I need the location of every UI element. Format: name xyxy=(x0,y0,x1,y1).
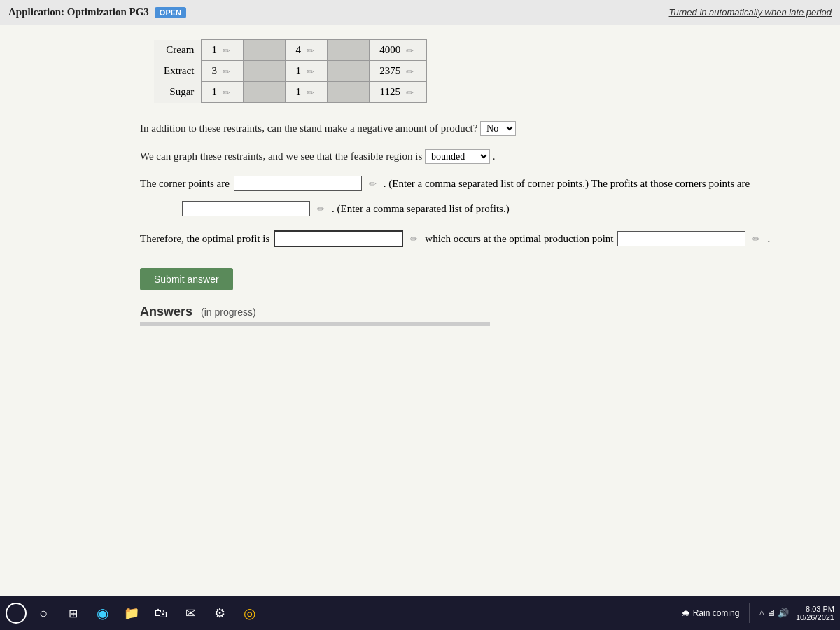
taskbar-right: 🌧 Rain coming ^ 🖥 🔊 8:03 PM 10/26/2021 xyxy=(682,603,834,623)
top-bar: Application: Optimization PG3 OPEN Turne… xyxy=(0,0,840,25)
edge-icon[interactable]: ◉ xyxy=(90,601,115,626)
taskbar: ○ ⊞ ◉ 📁 🛍 ✉ ⚙ ◎ 🌧 Rain coming ^ 🖥 🔊 8:03… xyxy=(0,596,840,630)
cell-sugar-shaded1 xyxy=(244,82,286,103)
edit-extract-col1[interactable] xyxy=(220,66,233,77)
taskview-icon[interactable]: ⊞ xyxy=(60,601,85,626)
edit-optimal-point[interactable] xyxy=(750,233,763,244)
question-feasible: We can graph these restraints, and we se… xyxy=(140,148,812,164)
turned-in-notice: Turned in automatically when late period xyxy=(669,7,832,18)
main-content: Cream 1 4 4000 xyxy=(0,25,840,596)
start-button[interactable] xyxy=(6,603,27,624)
feasible-select[interactable]: bounded unbounded xyxy=(425,149,490,164)
table-row-sugar: Sugar 1 1 1125 xyxy=(154,82,427,103)
negative-question-text: In addition to these restraints, can the… xyxy=(140,122,477,134)
row-label-sugar: Sugar xyxy=(154,82,202,103)
answers-label: Answers xyxy=(140,304,192,319)
taskbar-separator xyxy=(749,603,750,623)
weather-label: 🌧 Rain coming xyxy=(682,608,739,618)
profits-row: . (Enter a comma separated list of profi… xyxy=(182,201,812,216)
submit-button[interactable]: Submit answer xyxy=(140,268,233,290)
constraints-table: Cream 1 4 4000 xyxy=(154,39,427,103)
edit-optimal-profit[interactable] xyxy=(407,233,421,244)
cell-extract-col3: 2375 xyxy=(370,61,427,82)
cell-sugar-col3: 1125 xyxy=(370,82,427,103)
edit-sugar-col1[interactable] xyxy=(220,87,233,98)
corner-label: The corner points are xyxy=(140,178,230,190)
clock: 8:03 PM 10/26/2021 xyxy=(796,605,834,622)
open-badge: OPEN xyxy=(155,7,186,18)
cell-cream-shaded2 xyxy=(328,40,370,61)
feasible-text-1: We can graph these restraints, and we se… xyxy=(140,150,422,162)
corner-hint: . (Enter a comma separated list of corne… xyxy=(384,178,750,190)
therefore-row: Therefore, the optimal profit is which o… xyxy=(140,230,812,247)
corner-points-input[interactable] xyxy=(234,176,362,191)
edit-cream-col2[interactable] xyxy=(304,45,317,56)
edit-sugar-col2[interactable] xyxy=(304,87,317,98)
settings-icon[interactable]: ⚙ xyxy=(207,601,232,626)
table-row-extract: Extract 3 1 2375 xyxy=(154,61,427,82)
table-row-cream: Cream 1 4 4000 xyxy=(154,40,427,61)
question-negative: In addition to these restraints, can the… xyxy=(140,120,812,136)
answers-section: Answers (in progress) xyxy=(140,304,812,319)
row-label-extract: Extract xyxy=(154,61,202,82)
cell-cream-shaded1 xyxy=(244,40,286,61)
cell-extract-col2: 1 xyxy=(286,61,328,82)
optimal-label-1: Therefore, the optimal profit is xyxy=(140,233,270,245)
clock-date: 10/26/2021 xyxy=(796,613,834,622)
edit-corner-points[interactable] xyxy=(366,178,379,189)
edit-cream-col1[interactable] xyxy=(220,45,233,56)
cell-extract-shaded1 xyxy=(244,61,286,82)
cell-cream-col3: 4000 xyxy=(370,40,427,61)
mail-icon[interactable]: ✉ xyxy=(178,601,203,626)
answers-status: (in progress) xyxy=(201,307,256,318)
optimal-label-2: which occurs at the optimal production p… xyxy=(425,233,613,245)
negative-select[interactable]: No Yes xyxy=(480,121,516,136)
store-icon[interactable]: 🛍 xyxy=(148,601,174,626)
feasible-period: . xyxy=(493,150,496,162)
edit-cream-col3[interactable] xyxy=(403,45,416,56)
page-title: Application: Optimization PG3 xyxy=(8,6,149,18)
optimal-profit-input[interactable] xyxy=(274,230,403,247)
cell-cream-col1: 1 xyxy=(202,40,244,61)
clock-time: 8:03 PM xyxy=(796,605,834,613)
edit-profits[interactable] xyxy=(314,203,328,214)
cell-sugar-shaded2 xyxy=(328,82,370,103)
corner-points-row: The corner points are . (Enter a comma s… xyxy=(140,176,812,191)
cell-extract-col1: 3 xyxy=(202,61,244,82)
system-tray: ^ 🖥 🔊 xyxy=(760,608,789,619)
profits-hint: . (Enter a comma separated list of profi… xyxy=(332,203,510,215)
edit-extract-col2[interactable] xyxy=(304,66,317,77)
row-label-cream: Cream xyxy=(154,40,202,61)
cell-extract-shaded2 xyxy=(328,61,370,82)
tray-icons: ^ 🖥 🔊 xyxy=(760,608,789,619)
cell-sugar-col2: 1 xyxy=(286,82,328,103)
optimal-point-input[interactable] xyxy=(617,231,746,246)
edit-extract-col3[interactable] xyxy=(403,66,416,77)
progress-bar xyxy=(140,322,490,326)
cell-cream-col2: 4 xyxy=(286,40,328,61)
chrome-icon[interactable]: ◎ xyxy=(237,601,262,626)
folder-icon[interactable]: 📁 xyxy=(119,601,144,626)
profits-input[interactable] xyxy=(182,201,310,216)
optimal-end: . xyxy=(767,233,770,245)
cell-sugar-col1: 1 xyxy=(202,82,244,103)
edit-sugar-col3[interactable] xyxy=(403,87,416,98)
search-taskbar-icon[interactable]: ○ xyxy=(31,601,56,626)
